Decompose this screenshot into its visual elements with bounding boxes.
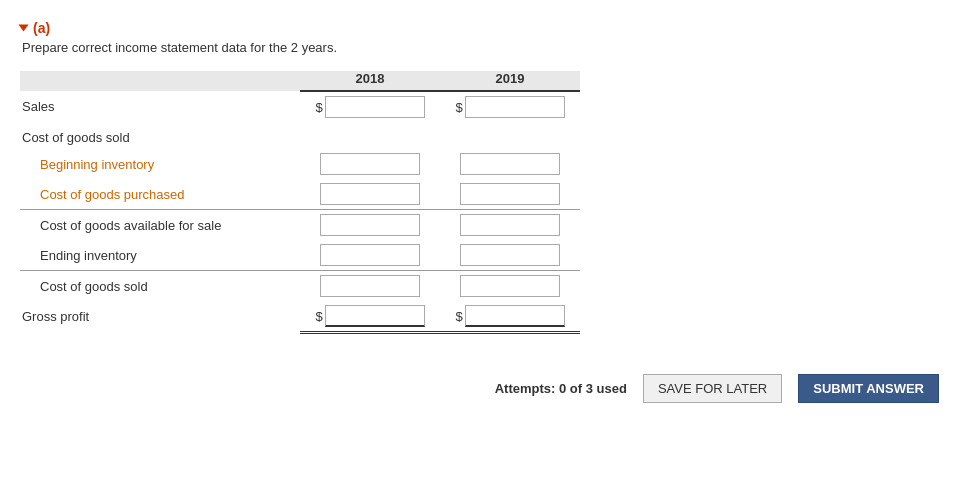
gross-profit-2018-cell: $ xyxy=(300,301,440,333)
ending-inventory-2019-cell xyxy=(440,240,580,271)
cogs-result-2019-input[interactable] xyxy=(460,275,560,297)
cogs-purchased-row: Cost of goods purchased xyxy=(20,179,580,210)
cogs-purchased-2018-input[interactable] xyxy=(320,183,420,205)
part-header: (a) Prepare correct income statement dat… xyxy=(20,20,959,55)
instructions-text: Prepare correct income statement data fo… xyxy=(22,40,959,55)
part-label: (a) xyxy=(20,20,959,36)
gross-profit-2019-cell: $ xyxy=(440,301,580,333)
gross-profit-label: Gross profit xyxy=(20,301,300,333)
dollar-sign-2019-gp: $ xyxy=(455,309,462,324)
dollar-sign-2019-sales: $ xyxy=(455,100,462,115)
attempts-text: Attempts: 0 of 3 used xyxy=(495,381,627,396)
cogs-purchased-2018-cell xyxy=(300,179,440,210)
ending-inventory-2018-input[interactable] xyxy=(320,244,420,266)
cogs-result-label: Cost of goods sold xyxy=(20,271,300,302)
dollar-sign-2018-gp: $ xyxy=(315,309,322,324)
cost-available-2019-input[interactable] xyxy=(460,214,560,236)
cogs-purchased-label: Cost of goods purchased xyxy=(20,179,300,210)
cogs-result-2018-input[interactable] xyxy=(320,275,420,297)
beginning-inventory-2018-input[interactable] xyxy=(320,153,420,175)
sales-2018-cell: $ xyxy=(300,91,440,122)
beginning-inventory-2019-input[interactable] xyxy=(460,153,560,175)
sales-2019-cell: $ xyxy=(440,91,580,122)
cogs-result-2019-cell xyxy=(440,271,580,302)
sales-2019-input[interactable] xyxy=(465,96,565,118)
dollar-sign-2018-sales: $ xyxy=(315,100,322,115)
label-header xyxy=(20,71,300,91)
part-letter: (a) xyxy=(33,20,50,36)
ending-inventory-2018-cell xyxy=(300,240,440,271)
beginning-inventory-label: Beginning inventory xyxy=(20,149,300,179)
save-for-later-button[interactable]: SAVE FOR LATER xyxy=(643,374,782,403)
beginning-inventory-2018-cell xyxy=(300,149,440,179)
sales-label: Sales xyxy=(20,91,300,122)
year-2019-header: 2019 xyxy=(440,71,580,91)
year-header-row: 2018 2019 xyxy=(20,71,580,91)
cogs-result-2018-cell xyxy=(300,271,440,302)
cost-available-2019-cell xyxy=(440,210,580,241)
cogs-header-row: Cost of goods sold xyxy=(20,122,580,149)
submit-answer-button[interactable]: SUBMIT ANSWER xyxy=(798,374,939,403)
sales-2018-input[interactable] xyxy=(325,96,425,118)
cogs-header-label: Cost of goods sold xyxy=(20,122,300,149)
footer-section: Attempts: 0 of 3 used SAVE FOR LATER SUB… xyxy=(20,374,959,403)
cogs-purchased-2019-cell xyxy=(440,179,580,210)
gross-profit-row: Gross profit $ $ xyxy=(20,301,580,333)
cogs-result-row: Cost of goods sold xyxy=(20,271,580,302)
cost-available-label: Cost of goods available for sale xyxy=(20,210,300,241)
ending-inventory-2019-input[interactable] xyxy=(460,244,560,266)
triangle-icon xyxy=(19,25,29,32)
cost-available-row: Cost of goods available for sale xyxy=(20,210,580,241)
cost-available-2018-cell xyxy=(300,210,440,241)
cost-available-2018-input[interactable] xyxy=(320,214,420,236)
gross-profit-2019-input[interactable] xyxy=(465,305,565,327)
cogs-header-2018 xyxy=(300,122,440,149)
income-table: 2018 2019 Sales $ $ Cost of goods sold xyxy=(20,71,580,334)
cogs-header-2019 xyxy=(440,122,580,149)
beginning-inventory-2019-cell xyxy=(440,149,580,179)
gross-profit-2018-input[interactable] xyxy=(325,305,425,327)
cogs-purchased-2019-input[interactable] xyxy=(460,183,560,205)
sales-row: Sales $ $ xyxy=(20,91,580,122)
ending-inventory-label: Ending inventory xyxy=(20,240,300,271)
beginning-inventory-row: Beginning inventory xyxy=(20,149,580,179)
year-2018-header: 2018 xyxy=(300,71,440,91)
ending-inventory-row: Ending inventory xyxy=(20,240,580,271)
